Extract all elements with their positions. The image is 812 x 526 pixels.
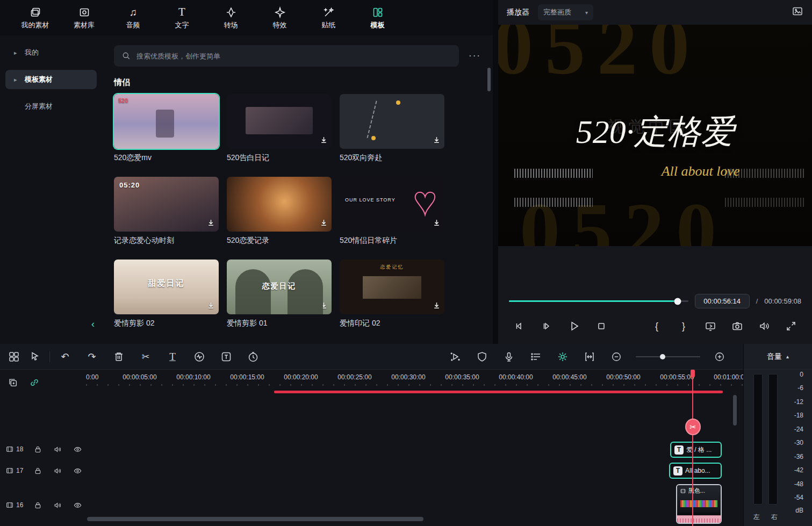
db-tick: -54	[794, 494, 803, 501]
fit-timeline-button[interactable]	[582, 349, 597, 364]
seek-bar[interactable]	[509, 300, 688, 302]
thumbnail-overlay-text: 甜爱日记	[148, 278, 185, 289]
download-icon[interactable]	[320, 136, 328, 146]
template-thumbnail: OUR LOVE STORY	[340, 177, 444, 232]
redo-button[interactable]: ↷	[84, 349, 99, 364]
mute-track-button[interactable]	[52, 444, 63, 455]
track-manager-button[interactable]	[528, 349, 543, 364]
snapshot-button[interactable]	[728, 317, 746, 335]
text-clip[interactable]: T 爱 / 格 ...	[670, 442, 722, 458]
search-input[interactable]	[136, 52, 451, 60]
template-card[interactable]: 520双向奔赴	[340, 94, 444, 163]
download-icon[interactable]	[320, 219, 328, 229]
fullscreen-button[interactable]	[782, 317, 800, 335]
tab-text[interactable]: T 文字	[157, 6, 206, 30]
play-button[interactable]	[565, 317, 583, 335]
volume-button[interactable]	[755, 317, 773, 335]
mark-out-button[interactable]: }	[674, 317, 693, 335]
next-frame-button[interactable]	[537, 317, 556, 335]
download-icon[interactable]	[433, 219, 441, 229]
tab-my-media[interactable]: 我的素材	[11, 6, 60, 30]
video-clip[interactable]: 黑色...	[676, 484, 722, 524]
sidebar-item-template-assets[interactable]: ▸ 模板素材	[5, 70, 97, 89]
hide-track-button[interactable]	[72, 465, 83, 476]
download-icon[interactable]	[207, 219, 215, 229]
timeline-ruler[interactable]: 00:00:00 00:00:05:00 00:00:10:00 00:00:1…	[86, 370, 743, 387]
previous-frame-button[interactable]	[510, 317, 528, 335]
horizontal-scrollbar[interactable]	[87, 517, 423, 521]
hide-track-button[interactable]	[72, 444, 83, 455]
text-tool-button[interactable]: T	[165, 349, 180, 364]
selected-range-bar[interactable]	[274, 391, 723, 393]
ruler-label: 00:00:05:00	[123, 373, 156, 381]
vertical-scrollbar[interactable]	[487, 68, 491, 91]
mark-in-button[interactable]: {	[648, 317, 666, 335]
detach-player-button[interactable]	[701, 317, 720, 335]
link-toggle-button[interactable]	[27, 375, 42, 390]
undo-button[interactable]: ↶	[58, 349, 73, 364]
select-tool-button[interactable]	[27, 349, 42, 364]
split-cursor-badge[interactable]: ✂	[685, 419, 701, 435]
stop-button[interactable]	[592, 317, 610, 335]
text-to-speech-button[interactable]	[219, 349, 234, 364]
tab-transitions[interactable]: 转场	[206, 6, 255, 30]
timer-button[interactable]	[246, 349, 261, 364]
auto-beat-button[interactable]	[555, 349, 570, 364]
delete-button[interactable]	[111, 349, 126, 364]
download-icon[interactable]	[207, 301, 215, 312]
lock-track-button[interactable]	[32, 500, 43, 510]
track-type-icon: 17	[5, 466, 23, 475]
timeline-tracks-area[interactable]: 00:00:00 00:00:05:00 00:00:10:00 00:00:1…	[86, 370, 743, 526]
search-box[interactable]	[114, 45, 459, 67]
template-card[interactable]: 恋爱记忆 爱情印记 02	[340, 260, 444, 328]
quality-dropdown[interactable]: 完整画质 ▾	[538, 4, 593, 20]
split-button[interactable]: ✂	[138, 349, 153, 364]
backdrop-digits: 0520	[498, 25, 701, 92]
tab-templates[interactable]: 模板	[353, 6, 402, 30]
lock-track-button[interactable]	[32, 444, 43, 455]
tab-stickers[interactable]: 贴纸	[304, 6, 353, 30]
template-card[interactable]: 520恋爱记录	[227, 177, 332, 246]
mute-track-button[interactable]	[52, 500, 63, 510]
vertical-scrollbar[interactable]	[733, 395, 737, 426]
collapse-sidebar-button[interactable]: ‹	[88, 318, 98, 330]
seek-handle[interactable]	[674, 298, 681, 305]
lock-track-button[interactable]	[32, 465, 43, 476]
tab-effects[interactable]: 特效	[255, 6, 304, 30]
zoom-slider-handle[interactable]	[660, 354, 665, 359]
video-preview[interactable]: 0520 0520 视觉中国 520·定格爱 All about love	[498, 25, 812, 246]
timeline-zoom-slider[interactable]	[636, 356, 700, 357]
sidebar-item-splitscreen-assets[interactable]: 分屏素材	[5, 97, 97, 116]
tab-stock-library[interactable]: 素材库	[60, 6, 109, 30]
preview-quality-icon[interactable]	[792, 5, 803, 19]
record-voiceover-button[interactable]	[501, 349, 516, 364]
template-card[interactable]: 05:20 记录恋爱心动时刻	[114, 177, 219, 246]
mute-track-button[interactable]	[52, 465, 63, 476]
download-icon[interactable]	[320, 301, 328, 312]
template-card[interactable]: OUR LOVE STORY 520情侣日常碎片	[340, 177, 444, 246]
download-icon[interactable]	[433, 301, 441, 312]
shield-icon-button[interactable]	[475, 349, 490, 364]
tab-audio[interactable]: ♫ 音频	[109, 6, 157, 30]
playhead[interactable]	[692, 370, 693, 526]
audio-adjust-button[interactable]	[192, 349, 207, 364]
download-icon[interactable]	[433, 136, 441, 146]
template-card[interactable]: 恋爱日记 爱情剪影 01	[227, 260, 332, 328]
media-bin-button[interactable]	[6, 349, 21, 364]
sidebar-item-mine[interactable]: ▸ 我的	[5, 43, 97, 62]
ruler-label: 00:00:25:00	[337, 373, 371, 381]
template-card[interactable]: 520 520恋爱mv	[114, 94, 219, 163]
more-options-button[interactable]: ···	[466, 51, 483, 61]
render-preview-button[interactable]	[448, 349, 463, 364]
barcode-graphic	[514, 169, 593, 178]
zoom-out-button[interactable]	[609, 349, 624, 364]
duplicate-button[interactable]	[5, 375, 20, 390]
total-duration: 00:00:59:08	[764, 297, 801, 305]
template-card[interactable]: 甜爱日记 爱情剪影 02	[114, 260, 219, 328]
audio-icon: ♫	[127, 6, 140, 19]
text-clip[interactable]: T All abo...	[669, 463, 722, 479]
template-card[interactable]: 520告白日记	[227, 94, 332, 163]
hide-track-button[interactable]	[72, 500, 83, 510]
zoom-in-button[interactable]	[712, 349, 727, 364]
volume-panel-header[interactable]: 音量 ▴	[744, 344, 812, 370]
